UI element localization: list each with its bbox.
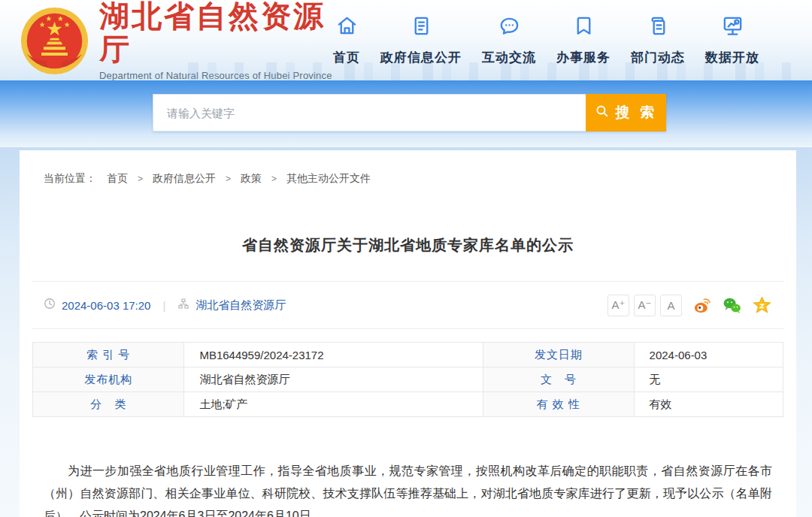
meta-label-doc-number: 文 号 <box>483 367 634 392</box>
gov-info-icon <box>410 14 433 41</box>
national-emblem-logo[interactable]: ★ ★ ★ ★ ★ <box>20 6 89 76</box>
nav-item-open-data[interactable]: 数据开放 <box>705 14 759 66</box>
font-smaller-button[interactable]: A⁻ <box>634 295 656 316</box>
meta-label-index-number: 索 引 号 <box>33 343 184 367</box>
document-meta-table: 索 引 号 MB1644959/2024-23172 发文日期 2024-06-… <box>32 342 783 417</box>
breadcrumb: 当前位置： 首页 > 政府信息公开 > 政策 > 其他主动公开文件 <box>32 150 783 186</box>
site-title-english: Department of Natural Resources of Hubei… <box>99 70 333 81</box>
nav-item-home[interactable]: 首页 <box>333 14 360 66</box>
open-data-monitor-icon <box>721 14 744 41</box>
table-row: 发布机构 湖北省自然资源厅 文 号 无 <box>33 367 783 392</box>
clock-icon <box>44 298 56 313</box>
article-body-paragraph: 为进一步加强全省地质行业管理工作，指导全省地质事业，规范专家管理，按照机构改革后… <box>32 460 783 517</box>
nav-label: 互动交流 <box>482 49 536 66</box>
services-bookmark-icon <box>572 14 595 41</box>
article-card: 当前位置： 首页 > 政府信息公开 > 政策 > 其他主动公开文件 省自然资源厅… <box>20 150 796 517</box>
meta-value-validity: 有效 <box>634 392 783 417</box>
search-button[interactable]: 搜 索 <box>586 94 666 132</box>
search-button-label: 搜 索 <box>616 103 657 122</box>
meta-label-category: 分 类 <box>33 392 184 417</box>
meta-value-category: 土地;矿产 <box>184 392 483 417</box>
article-meta-left: 2024-06-03 17:20 | 湖北省自然资源厅 <box>44 298 286 313</box>
site-title: 湖北省自然资源厅 <box>99 0 333 65</box>
nav-item-dept-news[interactable]: 部门动态 <box>631 14 685 66</box>
wechat-icon[interactable] <box>722 295 742 316</box>
page-title: 省自然资源厅关于湖北省地质专家库名单的公示 <box>32 235 783 255</box>
meta-label-publisher: 发布机构 <box>33 367 184 392</box>
font-larger-button[interactable]: A⁺ <box>607 295 629 316</box>
font-reset-button[interactable]: A <box>660 295 682 316</box>
breadcrumb-separator: > <box>138 174 143 184</box>
nav-item-services[interactable]: 办事服务 <box>556 14 611 66</box>
content-area: 当前位置： 首页 > 政府信息公开 > 政策 > 其他主动公开文件 省自然资源厅… <box>0 147 812 517</box>
meta-value-publisher: 湖北省自然资源厅 <box>184 367 483 392</box>
nav-item-gov-info[interactable]: 政府信息公开 <box>380 14 462 66</box>
weibo-icon[interactable] <box>692 295 712 316</box>
svg-text:★: ★ <box>64 20 71 29</box>
main-nav: 首页 政府信息公开 互 <box>333 14 759 66</box>
breadcrumb-separator: > <box>226 174 231 184</box>
svg-text:★: ★ <box>57 14 64 23</box>
article-meta-row: 2024-06-03 17:20 | 湖北省自然资源厅 A⁺ A⁻ A <box>32 281 783 329</box>
breadcrumb-separator: > <box>271 174 277 184</box>
table-row: 索 引 号 MB1644959/2024-23172 发文日期 2024-06-… <box>33 343 783 367</box>
dept-news-icon <box>647 14 670 41</box>
breadcrumb-prefix: 当前位置： <box>44 172 96 186</box>
search-icon <box>595 104 610 122</box>
qzone-star-icon[interactable] <box>752 295 772 316</box>
nav-label: 首页 <box>333 49 360 66</box>
breadcrumb-item-other-docs[interactable]: 其他主动公开文件 <box>286 172 371 186</box>
meta-label-issue-date: 发文日期 <box>483 343 634 367</box>
meta-separator: | <box>162 299 165 312</box>
meta-label-validity: 有 效 性 <box>483 392 634 417</box>
nav-label: 办事服务 <box>556 49 611 66</box>
meta-value-doc-number: 无 <box>634 367 783 392</box>
breadcrumb-item-home[interactable]: 首页 <box>107 172 128 186</box>
page: ★ ★ ★ ★ ★ 湖北省自然资源厅 Department of Natural… <box>0 0 812 517</box>
svg-text:★: ★ <box>39 20 46 29</box>
nav-label: 政府信息公开 <box>380 49 462 66</box>
site-header: ★ ★ ★ ★ ★ 湖北省自然资源厅 Department of Natural… <box>0 0 812 80</box>
search-banner: 搜 索 <box>0 80 812 147</box>
table-row: 分 类 土地;矿产 有 效 性 有效 <box>33 392 783 417</box>
search-box: 搜 索 <box>153 94 666 132</box>
article-meta-tools: A⁺ A⁻ A <box>603 295 772 316</box>
meta-value-index-number: MB1644959/2024-23172 <box>184 343 483 367</box>
breadcrumb-item-gov-info[interactable]: 政府信息公开 <box>153 172 216 186</box>
interact-chat-icon <box>498 14 521 41</box>
search-input[interactable] <box>153 94 586 132</box>
nav-item-interact[interactable]: 互动交流 <box>482 14 536 66</box>
breadcrumb-item-policy[interactable]: 政策 <box>241 172 262 186</box>
article-source: 湖北省自然资源厅 <box>195 298 286 313</box>
nav-label: 数据开放 <box>705 49 759 66</box>
publish-time: 2024-06-03 17:20 <box>62 299 150 312</box>
svg-text:★: ★ <box>45 14 52 23</box>
nav-label: 部门动态 <box>631 49 685 66</box>
site-brand: 湖北省自然资源厅 Department of Natural Resources… <box>99 0 333 81</box>
home-icon <box>335 14 359 41</box>
meta-value-issue-date: 2024-06-03 <box>634 343 783 367</box>
source-sitemap-icon <box>177 298 189 313</box>
